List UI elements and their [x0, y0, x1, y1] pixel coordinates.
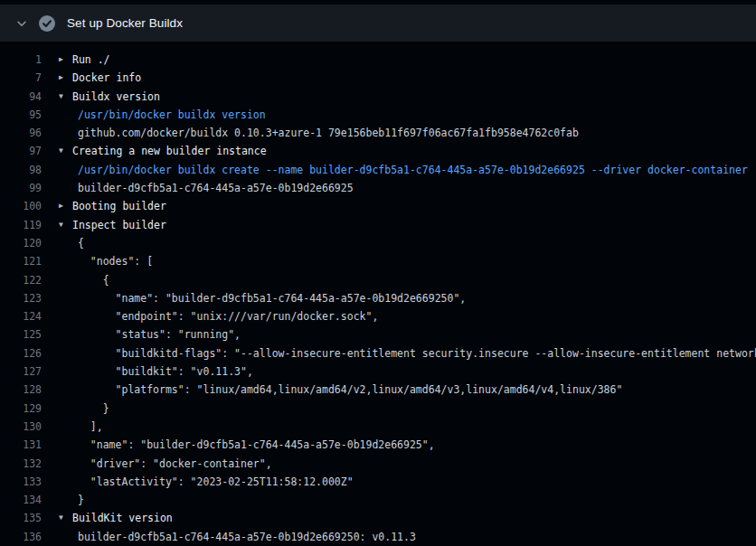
- step-header[interactable]: Set up Docker Buildx: [0, 5, 756, 42]
- line-number[interactable]: 128: [0, 381, 42, 399]
- line-number[interactable]: 121: [0, 252, 42, 270]
- log-line[interactable]: 7 ▶ Docker info: [0, 69, 756, 87]
- line-number[interactable]: 131: [0, 436, 42, 454]
- triangle-right-icon[interactable]: ▶: [59, 69, 72, 87]
- triangle-down-icon[interactable]: ▼: [59, 142, 72, 160]
- log-line: 95 /usr/bin/docker buildx version: [0, 106, 756, 124]
- log-line[interactable]: 119 ▼ Inspect builder: [0, 216, 756, 234]
- log-line[interactable]: 94 ▼ Buildx version: [0, 88, 756, 106]
- triangle-down-icon[interactable]: ▼: [59, 88, 72, 106]
- line-number[interactable]: 127: [0, 362, 42, 381]
- log-line: 134 }: [0, 491, 756, 509]
- log-line: 130 ],: [0, 418, 756, 436]
- triangle-down-icon[interactable]: ▼: [59, 216, 72, 234]
- line-number[interactable]: 122: [0, 271, 42, 289]
- line-number[interactable]: 98: [0, 161, 42, 179]
- step-title: Set up Docker Buildx: [67, 16, 183, 30]
- log-line: 127 "buildkit": "v0.11.3",: [0, 362, 756, 381]
- log-line: 122 {: [0, 271, 756, 289]
- line-number[interactable]: 123: [0, 289, 42, 307]
- log-line: 96 github.com/docker/buildx 0.10.3+azure…: [0, 124, 756, 142]
- line-number[interactable]: 125: [0, 325, 42, 344]
- line-number[interactable]: 99: [0, 179, 42, 197]
- line-number[interactable]: 96: [0, 124, 42, 142]
- line-number[interactable]: 132: [0, 455, 42, 473]
- check-circle-icon: [39, 15, 55, 32]
- log-line[interactable]: 100 ▶ Booting builder: [0, 197, 756, 215]
- line-number[interactable]: 95: [0, 106, 42, 124]
- log-viewer: 1 ▶ Run ./ 7 ▶ Docker info 94 ▼ Buildx v…: [0, 42, 756, 546]
- line-number[interactable]: 135: [0, 509, 42, 527]
- log-line: 125 "status": "running",: [0, 325, 756, 344]
- log-line: 121 "nodes": [: [0, 252, 756, 270]
- line-number[interactable]: 120: [0, 234, 42, 252]
- log-line: 128 "platforms": "linux/amd64,linux/amd6…: [0, 381, 756, 399]
- line-number[interactable]: 1: [0, 51, 42, 69]
- triangle-right-icon[interactable]: ▶: [59, 51, 72, 69]
- log-line[interactable]: 97 ▼ Creating a new builder instance: [0, 142, 756, 160]
- line-number[interactable]: 126: [0, 344, 42, 362]
- log-line: 123 "name": "builder-d9cfb5a1-c764-445a-…: [0, 289, 756, 307]
- log-line: 99 builder-d9cfb5a1-c764-445a-a57e-0b19d…: [0, 179, 756, 197]
- line-number[interactable]: 94: [0, 88, 42, 106]
- line-number[interactable]: 7: [0, 69, 42, 87]
- line-number[interactable]: 130: [0, 418, 42, 436]
- line-number[interactable]: 124: [0, 307, 42, 325]
- line-number[interactable]: 119: [0, 216, 42, 234]
- line-number[interactable]: 136: [0, 528, 42, 546]
- line-number[interactable]: 100: [0, 197, 42, 215]
- log-line: 124 "endpoint": "unix:///var/run/docker.…: [0, 307, 756, 325]
- log-line: 131 "name": "builder-d9cfb5a1-c764-445a-…: [0, 436, 756, 454]
- triangle-down-icon[interactable]: ▼: [59, 509, 72, 527]
- log-line: 126 "buildkitd-flags": "--allow-insecure…: [0, 344, 756, 362]
- log-line: 132 "driver": "docker-container",: [0, 455, 756, 473]
- line-number[interactable]: 134: [0, 491, 42, 509]
- log-line: 136 builder-d9cfb5a1-c764-445a-a57e-0b19…: [0, 528, 756, 546]
- log-line[interactable]: 1 ▶ Run ./: [0, 51, 756, 69]
- log-line: 129 }: [0, 400, 756, 418]
- log-line: 133 "lastActivity": "2023-02-25T11:58:12…: [0, 473, 756, 491]
- line-number[interactable]: 133: [0, 473, 42, 491]
- chevron-down-icon[interactable]: [14, 16, 29, 31]
- line-number[interactable]: 129: [0, 400, 42, 418]
- line-number[interactable]: 97: [0, 142, 42, 160]
- log-line: 98 /usr/bin/docker buildx create --name …: [0, 161, 756, 179]
- log-line[interactable]: 135 ▼ BuildKit version: [0, 509, 756, 527]
- log-line: 120 {: [0, 234, 756, 252]
- triangle-right-icon[interactable]: ▶: [59, 197, 72, 215]
